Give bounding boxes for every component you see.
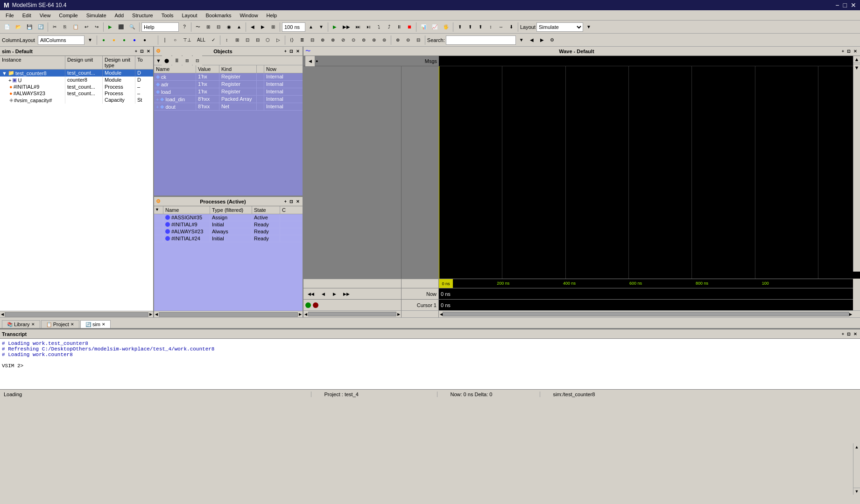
- time-btn8[interactable]: ⊚: [359, 35, 368, 45]
- time-btn1[interactable]: ⟨⟩: [287, 35, 296, 45]
- sim-ctrl2[interactable]: 📈: [430, 22, 440, 32]
- processes-hscroll[interactable]: ◀ ▶: [154, 311, 303, 317]
- wave-hscroll-right[interactable]: ▶: [849, 312, 852, 316]
- wave-vscroll-down[interactable]: ▼: [853, 64, 860, 71]
- col-btn4[interactable]: ●: [130, 35, 139, 45]
- paste-button[interactable]: 📋: [70, 22, 81, 32]
- tab-project[interactable]: 📋 Project ✕: [41, 320, 79, 328]
- transcript-scroll-down[interactable]: ▼: [853, 488, 860, 495]
- sim-time-input[interactable]: [282, 22, 305, 32]
- wave-sig5[interactable]: ✓: [209, 35, 218, 45]
- table-row[interactable]: ◆adr 1'hx Register Internal: [154, 81, 303, 88]
- wave-hscroll-thumb[interactable]: [443, 312, 849, 316]
- cursor-btn2[interactable]: ⊞: [233, 35, 242, 45]
- cursor-btn6[interactable]: ▷: [274, 35, 283, 45]
- search-prev[interactable]: ◀: [527, 35, 536, 45]
- maximize-button[interactable]: □: [843, 1, 847, 9]
- col-btn3[interactable]: ●: [120, 35, 129, 45]
- table-row[interactable]: ◆ck 1'hx Register Internal: [154, 73, 303, 81]
- objects-add-btn[interactable]: +: [283, 49, 288, 54]
- obj-filter2[interactable]: ≣: [172, 56, 182, 66]
- time-btn6[interactable]: ⊘: [338, 35, 348, 45]
- scroll-right[interactable]: ▶: [149, 312, 152, 316]
- proc-float-btn[interactable]: ⊡: [289, 199, 294, 204]
- wave-btn1[interactable]: 〜: [193, 22, 203, 32]
- wave-body[interactable]: [439, 66, 860, 279]
- cursor-btn4[interactable]: ⊟: [253, 35, 262, 45]
- column-layout-input[interactable]: [38, 35, 85, 45]
- zoom-btn1[interactable]: ⬆: [455, 22, 465, 32]
- run-all-button[interactable]: ▶▶: [340, 22, 352, 32]
- table-row[interactable]: ● #ALWAYS#23 test_count... Process –: [0, 90, 153, 97]
- proc-close-btn[interactable]: ✕: [295, 199, 301, 204]
- sim-expand-btn[interactable]: +: [134, 49, 138, 54]
- sim-ctrl1[interactable]: 📊: [418, 22, 429, 32]
- table-row[interactable]: ◈ #vsim_capacity# Capacity St: [0, 97, 153, 104]
- close-button[interactable]: ✕: [851, 1, 856, 9]
- zoom-btn3[interactable]: ⬆: [476, 22, 485, 32]
- redo-button[interactable]: ↪: [92, 22, 101, 32]
- search-input[interactable]: [446, 35, 516, 45]
- wave-sig4[interactable]: ALL: [195, 35, 208, 45]
- refresh-button[interactable]: 🔄: [35, 22, 46, 32]
- cursor-btn3[interactable]: ⊡: [243, 35, 252, 45]
- table-row[interactable]: #INITIAL#24 Initial Ready: [154, 235, 303, 242]
- menu-add[interactable]: Add: [111, 12, 128, 19]
- help-button[interactable]: ?: [180, 22, 189, 32]
- window-controls[interactable]: − □ ✕: [835, 1, 856, 9]
- run-continue[interactable]: ⏭: [353, 22, 363, 32]
- search-options[interactable]: ⚙: [548, 35, 557, 45]
- wave-btn5[interactable]: ▲: [234, 22, 244, 32]
- tab-sim[interactable]: 🔄 sim ✕: [80, 320, 111, 328]
- search-dropdown[interactable]: ▼: [517, 35, 526, 45]
- undo-button[interactable]: ↩: [82, 22, 91, 32]
- simulate-stop-button[interactable]: ⬛: [116, 22, 126, 32]
- sim-hscroll[interactable]: ◀ ▶: [0, 311, 153, 317]
- layout-dropdown[interactable]: ▼: [584, 22, 593, 32]
- wave-sig1[interactable]: |: [160, 35, 169, 45]
- transcript-close-btn[interactable]: ✕: [853, 332, 858, 336]
- table-row[interactable]: ◆load 1'hx Register Internal: [154, 88, 303, 96]
- minimize-button[interactable]: −: [835, 1, 839, 9]
- time-btn4[interactable]: ⊕: [318, 35, 327, 45]
- wave-add-btn[interactable]: +: [841, 49, 845, 54]
- time-btn5[interactable]: ⊗: [328, 35, 338, 45]
- zoom-btn5[interactable]: ↔: [496, 22, 506, 32]
- wave-sig2[interactable]: ○: [170, 35, 180, 45]
- table-row[interactable]: + ◆load_din 8'hxx Packed Array Internal: [154, 96, 303, 103]
- zoom-btn2[interactable]: ⬆: [465, 22, 475, 32]
- col-btn5[interactable]: ●: [140, 35, 149, 45]
- table-row[interactable]: #ALWAYS#23 Always Ready: [154, 228, 303, 235]
- wave-float-btn[interactable]: ⊡: [846, 49, 852, 54]
- tab-project-close[interactable]: ✕: [70, 322, 74, 327]
- col-btn2[interactable]: ●: [109, 35, 119, 45]
- obj-filter4[interactable]: ⊟: [193, 56, 202, 66]
- wave-btn2[interactable]: ⊞: [204, 22, 213, 32]
- obj-filter1[interactable]: ⬤: [162, 56, 171, 66]
- proc-scroll-left[interactable]: ◀: [155, 312, 158, 316]
- zoom-w3[interactable]: ⊟: [414, 35, 423, 45]
- transcript-float-btn[interactable]: ⊡: [846, 332, 852, 336]
- proc-scroll-thumb[interactable]: [159, 312, 298, 317]
- menu-layout[interactable]: Layout: [178, 12, 201, 19]
- transcript-add-btn[interactable]: +: [841, 332, 845, 336]
- copy-button[interactable]: ⎘: [60, 22, 70, 32]
- menu-simulate[interactable]: Simulate: [83, 12, 110, 19]
- proc-scroll-right[interactable]: ▶: [299, 312, 302, 316]
- wave-close-btn[interactable]: ✕: [853, 49, 858, 54]
- search-next[interactable]: ▶: [537, 35, 547, 45]
- simulate-start-button[interactable]: ▶: [106, 22, 115, 32]
- wave-vscroll-up[interactable]: ▲: [853, 56, 860, 63]
- tab-sim-close[interactable]: ✕: [102, 322, 106, 327]
- zoom-w2[interactable]: ⊖: [403, 35, 413, 45]
- zoom-btn4[interactable]: ↕: [486, 22, 495, 32]
- save-button[interactable]: 💾: [24, 22, 35, 32]
- simulate-find-button[interactable]: 🔍: [127, 22, 137, 32]
- sim-float-btn[interactable]: ⊡: [139, 49, 145, 54]
- layout-select[interactable]: Simulate: [536, 22, 583, 32]
- column-layout-dropdown[interactable]: ▼: [85, 35, 95, 45]
- expand-icon[interactable]: +: [156, 97, 159, 102]
- menu-compile[interactable]: Compile: [55, 12, 81, 19]
- cursor-lock-red[interactable]: [313, 302, 318, 308]
- table-row[interactable]: ● #INITIAL#9 test_count... Process –: [0, 84, 153, 90]
